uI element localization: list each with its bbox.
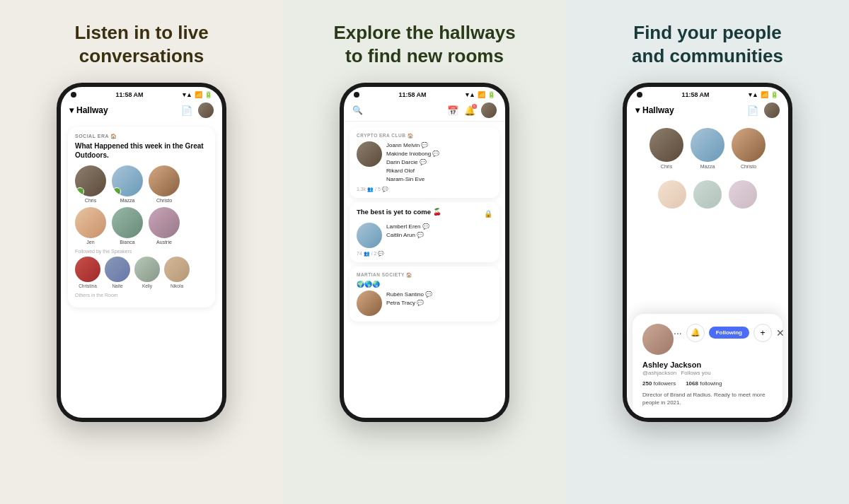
app-header-1: ▾ Hallway 📄 [61, 100, 222, 122]
document-icon-3[interactable]: 📄 [747, 105, 758, 116]
best-room-title: The best is yet to come 🍒 [357, 208, 441, 216]
best-stats: 74 👥 / 2 💬 [357, 251, 492, 257]
lock-icon: 🔒 [484, 210, 492, 218]
speaker-row-1: 🌿 Chris 🌿 Mazza Christo [75, 165, 208, 203]
ph3-ba-1 [658, 180, 686, 209]
best-speakers: Lambert Eren 💬 Caitlin Arun 💬 [357, 223, 492, 248]
calendar-icon[interactable]: 📅 [447, 105, 458, 116]
status-bar-2: 11:58 AM ▾▲ 📶 🔋 [344, 87, 505, 100]
speaker-bianca[interactable]: Bianca [112, 207, 143, 245]
popup-stats: 250 followers 1068 following [642, 380, 773, 387]
panel-3-title: Find your people and communities [632, 21, 783, 67]
panel-1-title: Listen in to live conversations [74, 21, 208, 67]
speaker-jen[interactable]: Jen [75, 207, 106, 245]
hallway-label-1: Hallway [76, 105, 108, 115]
followed-nikola[interactable]: Nikola [164, 257, 190, 288]
followed-kelly[interactable]: Kelly [134, 257, 160, 288]
speaker-christo[interactable]: Christo [149, 165, 180, 203]
user-avatar-1[interactable] [198, 102, 214, 118]
best-speaker-avatar [357, 223, 382, 248]
speaker-christo-name: Christo [156, 198, 172, 203]
popup-avatar[interactable] [642, 324, 674, 355]
ph3-ba-3 [729, 180, 757, 209]
followed-christina[interactable]: Christina [75, 257, 100, 288]
notification-bell[interactable]: 🔔 6 [464, 105, 475, 116]
ph3-christo[interactable]: Christo [732, 128, 766, 169]
ph3-bottom-avatars [627, 175, 788, 209]
panel-2-title: Explore the hallways to find new rooms [333, 21, 515, 67]
phone-3: 11:58 AM ▾▲ 📶 🔋 ▾ Hallway 📄 [623, 83, 792, 422]
status-bar-3: 11:58 AM ▾▲ 📶 🔋 [627, 87, 788, 100]
speaker-row-2: Jen Bianca Austrie [75, 207, 208, 245]
popup-handle-row: @ashjackson Follows you [642, 370, 773, 376]
close-icon[interactable]: ✕ [776, 327, 785, 339]
speaker-austrie[interactable]: Austrie [149, 207, 180, 245]
more-options-icon[interactable]: ··· [674, 327, 682, 339]
ph3-christo-name: Christo [741, 164, 756, 169]
popup-header: ··· 🔔 Following + ✕ [642, 324, 773, 355]
user-avatar-2[interactable] [481, 102, 497, 118]
best-speaker-names: Lambert Eren 💬 Caitlin Arun 💬 [386, 223, 429, 240]
popup-handle: @ashjackson [642, 370, 676, 376]
document-icon-1[interactable]: 📄 [181, 105, 192, 116]
speaker-chris[interactable]: 🌿 Chris [75, 165, 106, 203]
follows-you-label: Follows you [681, 370, 710, 376]
martian-speakers: Rubén Santino 💬 Petra Tracy 💬 [357, 291, 492, 316]
following-button[interactable]: Following [709, 327, 749, 339]
ph3-content: Chris Mazza Christo [627, 122, 788, 418]
room-best[interactable]: The best is yet to come 🍒 🔒 Lambert Eren… [350, 202, 499, 262]
notif-count: 6 [472, 104, 477, 109]
room-martian[interactable]: MARTIAN SOCIETY 🏠 🌍🌎🌏 Rubén Santino 💬 Pe… [350, 266, 499, 322]
panel-find: Find your people and communities 11:58 A… [566, 0, 849, 504]
others-label: Others in the Room [75, 293, 208, 298]
crypto-stats: 1.3k 👥 / 5 💬 [357, 187, 492, 192]
room-crypto[interactable]: CRYPTO ERA CLUB 🏠 Joann Melvin 💬 Makinde… [350, 127, 499, 198]
speaker-mazza[interactable]: 🌿 Mazza [112, 165, 143, 203]
ph2-room-list: CRYPTO ERA CLUB 🏠 Joann Melvin 💬 Makinde… [344, 122, 505, 418]
ph3-chris[interactable]: Chris [649, 128, 683, 169]
followers-stat: 250 followers [642, 380, 676, 387]
martian-speaker-avatar [357, 291, 382, 316]
ph3-mazza[interactable]: Mazza [691, 128, 724, 169]
martian-emojis: 🌍🌎🌏 [357, 281, 492, 288]
phone-1: 11:58 AM ▾▲ 📶 🔋 ▾ Hallway 📄 [57, 83, 226, 422]
speaker-bianca-name: Bianca [120, 240, 134, 245]
crypto-club-label: CRYPTO ERA CLUB 🏠 [357, 133, 492, 139]
followed-kelly-name: Kelly [142, 283, 152, 288]
hallway-label-3: Hallway [642, 105, 674, 115]
panel-listen: Listen in to live conversations 11:58 AM… [0, 0, 283, 504]
search-bar: 🔍 📅 🔔 6 [344, 100, 505, 122]
ph3-ba-2 [693, 180, 722, 209]
popup-controls: ··· 🔔 Following + ✕ [674, 324, 785, 342]
martian-speaker-names: Rubén Santino 💬 Petra Tracy 💬 [386, 291, 432, 307]
bell-button[interactable]: 🔔 [686, 324, 705, 342]
following-count: 1068 [686, 380, 698, 387]
followed-naite[interactable]: Naite [105, 257, 130, 288]
speaker-jen-name: Jen [86, 240, 94, 245]
app-content-1: SOCIAL ERA 🏠 What Happened this week in … [61, 122, 222, 418]
popup-name: Ashley Jackson [642, 361, 773, 369]
add-person-button[interactable]: + [753, 324, 772, 342]
ph3-chris-name: Chris [661, 164, 672, 169]
speaker-austrie-name: Austrie [156, 240, 172, 245]
followers-count: 250 [642, 380, 652, 387]
followed-naite-name: Naite [112, 283, 122, 288]
followed-nikola-name: Nikola [171, 283, 183, 288]
user-avatar-3[interactable] [764, 102, 780, 118]
ph3-mazza-name: Mazza [700, 164, 715, 169]
room-card-1[interactable]: SOCIAL ERA 🏠 What Happened this week in … [68, 127, 215, 307]
followers-label: followers [654, 380, 676, 387]
followed-row: Christina Naite Kelly Nikola [75, 257, 208, 288]
panel-explore: Explore the hallways to find new rooms 1… [283, 0, 566, 504]
profile-popup: ··· 🔔 Following + ✕ Ashley Jackson @ashj… [633, 314, 782, 418]
followed-christina-name: Christina [79, 283, 97, 288]
hallway-nav[interactable]: ▾ Hallway [69, 105, 108, 115]
following-label: following [700, 380, 722, 387]
hallway-nav-3[interactable]: ▾ Hallway [635, 105, 674, 115]
search-icon[interactable]: 🔍 [352, 105, 363, 115]
time-2: 11:58 AM [398, 91, 426, 98]
speaker-mazza-name: Mazza [120, 198, 135, 203]
badge-chris: 🌿 [76, 187, 84, 196]
martian-club-label: MARTIAN SOCIETY 🏠 [357, 272, 492, 278]
app-header-3: ▾ Hallway 📄 [627, 100, 788, 122]
